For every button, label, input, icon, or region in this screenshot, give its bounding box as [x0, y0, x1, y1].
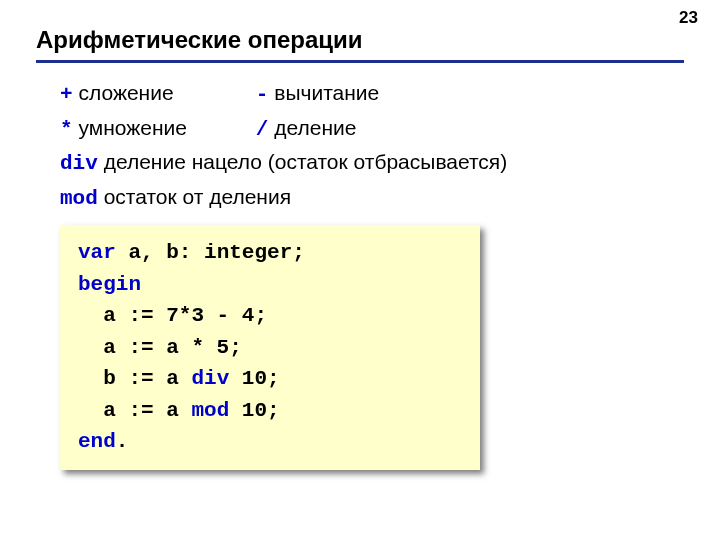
op-intdiv-desc: деление нацело (остаток отбрасывается): [98, 150, 507, 173]
kw-end: end: [78, 430, 116, 453]
slide-title: Арифметические операции: [36, 26, 684, 63]
op-row-4: mod остаток от деления: [60, 181, 684, 216]
op-minus-desc: вычитание: [268, 81, 379, 104]
op-div-symbol: /: [256, 118, 269, 141]
page-number: 23: [679, 8, 698, 28]
op-row-2: * умножение / деление: [60, 112, 684, 147]
op-mod-symbol: mod: [60, 187, 98, 210]
code-l6c: 10;: [229, 399, 279, 422]
op-row-1: + сложение - вычитание: [60, 77, 684, 112]
kw-mod: mod: [191, 399, 229, 422]
kw-begin: begin: [78, 273, 141, 296]
code-l5c: 10;: [229, 367, 279, 390]
code-block: var a, b: integer; begin a := 7*3 - 4; a…: [60, 225, 480, 470]
code-l7b: .: [116, 430, 129, 453]
op-plus-desc: сложение: [73, 81, 174, 104]
code-l5a: b := a: [78, 367, 191, 390]
op-minus-symbol: -: [256, 83, 269, 106]
code-l4: a := a * 5;: [78, 336, 242, 359]
code-l6a: a := a: [78, 399, 191, 422]
op-intdiv-symbol: div: [60, 152, 98, 175]
op-mul-symbol: *: [60, 118, 73, 141]
code-content: var a, b: integer; begin a := 7*3 - 4; a…: [78, 237, 462, 458]
kw-var: var: [78, 241, 116, 264]
op-row-3: div деление нацело (остаток отбрасываетс…: [60, 146, 684, 181]
operators-list: + сложение - вычитание * умножение / дел…: [60, 77, 684, 215]
slide: 23 Арифметические операции + сложение - …: [0, 0, 720, 540]
op-div-desc: деление: [268, 116, 356, 139]
op-mod-desc: остаток от деления: [98, 185, 291, 208]
op-mul-desc: умножение: [73, 116, 187, 139]
code-l3: a := 7*3 - 4;: [78, 304, 267, 327]
kw-div: div: [191, 367, 229, 390]
op-plus-symbol: +: [60, 83, 73, 106]
code-l1b: a, b: integer;: [116, 241, 305, 264]
